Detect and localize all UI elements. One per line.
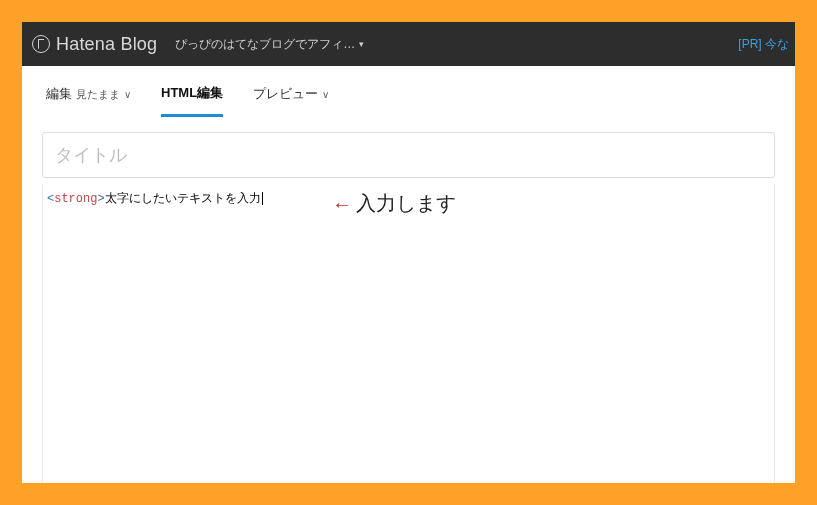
tag-name: strong	[54, 192, 97, 206]
html-editor[interactable]: <strong>太字にしたいテキストを入力 ← 入力します	[42, 184, 775, 483]
content-area: タイトル <strong>太字にしたいテキストを入力 ← 入力します	[22, 118, 795, 483]
annotation-overlay: ← 入力します	[332, 190, 456, 217]
tab-preview[interactable]: プレビュー ∨	[253, 85, 329, 115]
editor-text: 太字にしたいテキストを入力	[105, 192, 261, 206]
pr-link[interactable]: [PR] 今な	[738, 36, 789, 53]
brand-logo[interactable]: Hatena Blog	[32, 34, 157, 55]
blog-title-text: ぴっぴのはてなブログでアフィ…	[175, 36, 355, 53]
arrow-left-icon: ←	[332, 194, 352, 214]
tab-html-label: HTML編集	[161, 84, 223, 102]
app-window: Hatena Blog ぴっぴのはてなブログでアフィ… ▾ [PR] 今な 編集…	[22, 22, 795, 483]
tag-bracket: >	[97, 192, 104, 206]
chevron-down-icon: ▾	[359, 39, 364, 49]
chevron-down-icon: ∨	[322, 89, 329, 100]
annotation-text: 入力します	[356, 190, 456, 217]
title-input[interactable]: タイトル	[42, 132, 775, 178]
tab-edit-label: 編集	[46, 85, 72, 103]
tab-html-edit[interactable]: HTML編集	[161, 84, 223, 117]
hatena-logo-icon	[32, 35, 50, 53]
editor-line: <strong>太字にしたいテキストを入力 ← 入力します	[47, 190, 770, 207]
header-bar: Hatena Blog ぴっぴのはてなブログでアフィ… ▾ [PR] 今な	[22, 22, 795, 66]
page-frame: Hatena Blog ぴっぴのはてなブログでアフィ… ▾ [PR] 今な 編集…	[0, 0, 817, 505]
text-cursor	[262, 192, 263, 205]
blog-title-dropdown[interactable]: ぴっぴのはてなブログでアフィ… ▾	[175, 36, 364, 53]
chevron-down-icon: ∨	[124, 89, 131, 100]
editor-tabs: 編集 見たまま ∨ HTML編集 プレビュー ∨	[22, 66, 795, 118]
tab-edit-wysiwyg[interactable]: 編集 見たまま ∨	[46, 85, 131, 115]
tab-preview-label: プレビュー	[253, 85, 318, 103]
tab-edit-sublabel: 見たまま	[76, 87, 120, 102]
brand-text: Hatena Blog	[56, 34, 157, 55]
